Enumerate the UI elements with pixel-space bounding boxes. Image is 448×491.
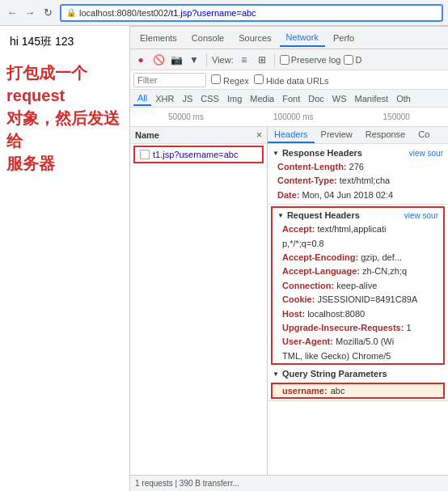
resource-tab-xhr[interactable]: XHR xyxy=(151,92,178,105)
req-header-accept-language: Accept-Language: zh-CN,zh;q xyxy=(273,265,443,278)
request-list-header: Name × xyxy=(130,127,267,144)
header-date: Date: Mon, 04 Jun 2018 02:4 xyxy=(268,188,448,202)
query-string-section: ▼ Query String Parameters username: abc xyxy=(268,366,448,401)
disable-cache-label[interactable]: D xyxy=(344,55,361,65)
filter-input[interactable] xyxy=(133,73,206,87)
req-header-accept-encoding: Accept-Encoding: gzip, def... xyxy=(273,251,443,265)
close-name-panel-button[interactable]: × xyxy=(256,129,262,141)
tab-elements[interactable]: Elements xyxy=(133,30,184,46)
req-header-connection: Connection: keep-alive xyxy=(273,279,443,293)
request-item[interactable]: t1.jsp?username=abc xyxy=(133,146,264,163)
regex-checkbox[interactable] xyxy=(211,74,221,84)
address-bar[interactable]: 🔒 localhost:8080/test002/t1.jsp?username… xyxy=(60,4,443,22)
lock-icon: 🔒 xyxy=(66,8,76,17)
query-string-label: Query String Parameters xyxy=(282,369,387,379)
reload-button[interactable]: ↻ xyxy=(40,6,55,20)
resource-tab-css[interactable]: CSS xyxy=(197,92,223,105)
header-tab-headers[interactable]: Headers xyxy=(268,127,315,143)
stop-button[interactable]: 🚫 xyxy=(151,53,166,67)
devtools-statusbar: 1 requests | 390 B transferr... xyxy=(130,475,448,491)
triangle-icon-query: ▼ xyxy=(273,370,279,378)
header-tabs: Headers Preview Response Co xyxy=(268,127,448,144)
request-item-name: t1.jsp?username=abc xyxy=(153,150,238,159)
browser-bar: ← → ↻ 🔒 localhost:8080/test002/t1.jsp?us… xyxy=(0,0,448,26)
view-list-button[interactable]: ≡ xyxy=(237,53,251,67)
filter-options: Regex Hide data URLs xyxy=(211,74,329,86)
header-tab-response[interactable]: Response xyxy=(359,127,412,143)
resource-tab-doc[interactable]: Doc xyxy=(304,92,328,105)
header-tab-preview[interactable]: Preview xyxy=(315,127,359,143)
devtools-toolbar: ● 🚫 📷 ▼ View: ≡ ⊞ Preserve log D xyxy=(130,49,448,70)
timeline-labels: 50000 ms 100000 ms 150000 xyxy=(130,112,448,121)
resource-tab-font[interactable]: Font xyxy=(278,92,304,105)
request-item-icon xyxy=(140,150,150,159)
resource-tab-all[interactable]: All xyxy=(133,91,151,106)
header-content-type: Content-Type: text/html;cha xyxy=(268,174,448,188)
triangle-icon: ▼ xyxy=(273,150,279,157)
hide-data-urls-checkbox[interactable] xyxy=(254,74,264,84)
back-button[interactable]: ← xyxy=(5,6,19,20)
tab-network[interactable]: Network xyxy=(280,29,325,47)
query-string-title[interactable]: ▼ Query String Parameters xyxy=(268,366,448,381)
disable-cache-checkbox[interactable] xyxy=(344,55,353,65)
record-button[interactable]: ● xyxy=(133,53,148,67)
devtools-tabs: Elements Console Sources Network Perfo xyxy=(130,27,448,49)
response-headers-title[interactable]: ▼ Response Headers view sour xyxy=(268,146,448,160)
timeline-label-2: 100000 ms xyxy=(273,112,313,121)
request-headers-label: Request Headers xyxy=(287,210,360,220)
address-base: localhost:8080/test002/ xyxy=(79,8,171,18)
resource-tab-manifest[interactable]: Manifest xyxy=(351,92,393,105)
toolbar-divider xyxy=(206,53,207,66)
header-content-length: Content-Length: 276 xyxy=(268,160,448,174)
status-text: 1 requests | 390 B transferr... xyxy=(135,479,239,488)
req-header-useragent-cont: TML, like Gecko) Chrome/5 xyxy=(273,349,443,363)
preserve-log-label[interactable]: Preserve log xyxy=(280,55,341,65)
header-tab-cookies[interactable]: Co xyxy=(412,127,436,143)
address-text: localhost:8080/test002/t1.jsp?username=a… xyxy=(79,8,256,18)
response-view-source[interactable]: view sour xyxy=(409,149,443,158)
resource-tab-other[interactable]: Oth xyxy=(392,92,415,105)
timeline-bar: 50000 ms 100000 ms 150000 xyxy=(130,108,448,127)
response-headers-section: ▼ Response Headers view sour Content-Len… xyxy=(268,144,448,205)
request-headers-section: ▼ Request Headers view sour Accept: text… xyxy=(271,206,445,365)
req-header-accept: Accept: text/html,applicati xyxy=(273,222,443,236)
filter-bar: Regex Hide data URLs xyxy=(130,70,448,90)
request-view-source[interactable]: view sour xyxy=(404,211,438,220)
req-header-upgrade: Upgrade-Insecure-Requests: 1 xyxy=(273,321,443,335)
response-headers-label: Response Headers xyxy=(282,148,362,158)
request-headers-title[interactable]: ▼ Request Headers view sour xyxy=(273,208,443,222)
regex-label[interactable]: Regex xyxy=(211,74,249,86)
resource-tab-img[interactable]: Img xyxy=(223,92,246,105)
preserve-log-checkbox[interactable] xyxy=(280,55,290,65)
camera-button[interactable]: 📷 xyxy=(169,53,184,67)
timeline-label-1: 50000 ms xyxy=(168,112,204,121)
request-list-panel: Name × t1.jsp?username=abc xyxy=(130,127,268,475)
req-header-accept-cont: p,*/*;q=0.8 xyxy=(273,237,443,251)
tab-performance[interactable]: Perfo xyxy=(327,30,361,46)
page-annotation: 打包成一个request对象，然后发送给服务器 xyxy=(0,58,129,178)
toolbar-divider2 xyxy=(274,53,275,66)
tab-console[interactable]: Console xyxy=(185,30,230,46)
req-header-useragent: User-Agent: Mozilla/5.0 (Wi xyxy=(273,335,443,349)
resource-tab-ws[interactable]: WS xyxy=(328,92,351,105)
view-label: View: xyxy=(212,55,234,65)
tab-sources[interactable]: Sources xyxy=(232,30,277,46)
hide-data-urls-label[interactable]: Hide data URLs xyxy=(254,74,329,86)
page-text: hi 145班 123 xyxy=(10,35,74,49)
triangle-icon-req: ▼ xyxy=(277,212,284,219)
name-column-header: Name xyxy=(135,130,159,140)
timeline-label-3: 150000 xyxy=(383,112,410,121)
devtools-main: Name × t1.jsp?username=abc Headers Previ… xyxy=(130,127,448,475)
devtools-panel: Elements Console Sources Network Perfo ●… xyxy=(129,26,448,491)
headers-panel: Headers Preview Response Co ▼ Response H… xyxy=(268,127,448,475)
filter-button[interactable]: ▼ xyxy=(187,53,201,67)
forward-button[interactable]: → xyxy=(23,6,37,20)
req-header-cookie: Cookie: JSESSIONID=8491C89A xyxy=(273,293,443,307)
view-grid-button[interactable]: ⊞ xyxy=(255,53,269,67)
resource-tab-js[interactable]: JS xyxy=(178,92,197,105)
nav-buttons: ← → ↻ xyxy=(5,6,55,20)
address-highlight: t1.jsp?username=abc xyxy=(171,8,256,18)
query-param-username: username: abc xyxy=(271,383,445,399)
req-header-host: Host: localhost:8080 xyxy=(273,307,443,321)
resource-tab-media[interactable]: Media xyxy=(246,92,278,105)
